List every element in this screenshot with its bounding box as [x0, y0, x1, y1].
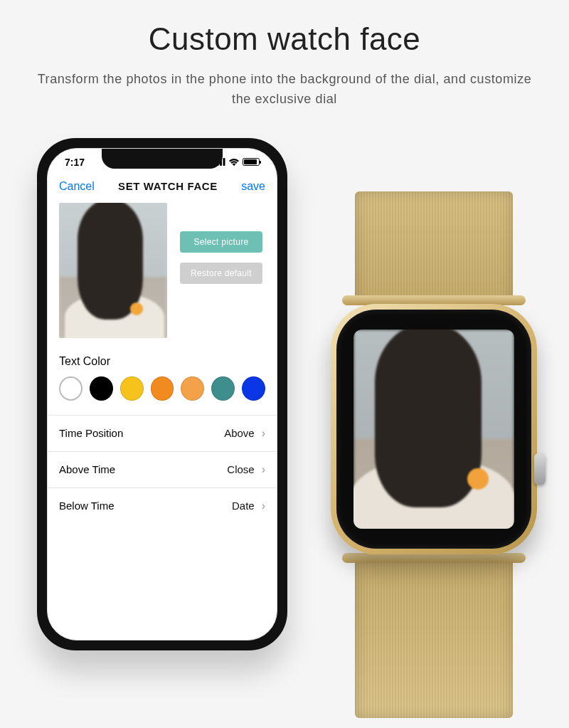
setting-label: Above Time — [59, 463, 115, 475]
setting-row-1[interactable]: Above TimeClose› — [48, 451, 277, 487]
text-color-label: Text Color — [48, 338, 277, 376]
setting-row-2[interactable]: Below TimeDate› — [48, 487, 277, 524]
watch-band-bottom — [355, 554, 513, 718]
setting-label: Below Time — [59, 500, 115, 512]
product-stage: 7:17 Cancel SET WATCH FACE save — [0, 138, 569, 707]
chevron-right-icon: › — [262, 463, 265, 476]
setting-label: Time Position — [59, 427, 123, 439]
setting-row-0[interactable]: Time PositionAbove› — [48, 415, 277, 451]
setting-value: Above› — [224, 427, 265, 440]
svg-rect-3 — [223, 158, 225, 166]
wifi-icon — [228, 157, 240, 168]
battery-icon — [243, 158, 260, 166]
color-swatch-white[interactable] — [59, 376, 83, 401]
color-swatch-black[interactable] — [90, 376, 113, 401]
color-swatches — [48, 376, 277, 415]
setting-value: Date› — [232, 500, 265, 512]
color-swatch-yellow[interactable] — [120, 376, 144, 401]
color-swatch-amber[interactable] — [181, 376, 204, 401]
nav-bar: Cancel SET WATCH FACE save — [48, 176, 277, 200]
settings-list: Time PositionAbove›Above TimeClose›Below… — [48, 415, 277, 524]
chevron-right-icon: › — [262, 500, 265, 512]
nav-title: SET WATCH FACE — [118, 180, 218, 192]
restore-default-button[interactable]: Restore default — [180, 263, 262, 284]
cancel-button[interactable]: Cancel — [59, 180, 95, 193]
phone-notch — [102, 149, 223, 169]
color-swatch-blue[interactable] — [242, 376, 265, 401]
watch-body — [331, 304, 537, 554]
watch-bezel — [336, 310, 531, 549]
watch-screen[interactable] — [353, 329, 514, 529]
color-swatch-teal[interactable] — [211, 376, 235, 401]
watch-crown[interactable] — [534, 453, 546, 485]
chevron-right-icon: › — [262, 427, 265, 440]
color-swatch-orange[interactable] — [151, 376, 174, 401]
watch-lug-bottom — [342, 553, 526, 563]
phone-screen: 7:17 Cancel SET WATCH FACE save — [47, 148, 277, 640]
hero-title: Custom watch face — [28, 21, 541, 57]
setting-value: Close› — [227, 463, 265, 476]
select-picture-button[interactable]: Select picture — [180, 231, 262, 253]
watchface-preview[interactable] — [59, 203, 167, 338]
phone-frame: 7:17 Cancel SET WATCH FACE save — [37, 138, 287, 650]
watch-band-top — [355, 191, 513, 305]
hero-subtitle: Transform the photos in the phone into t… — [28, 70, 541, 110]
save-button[interactable]: save — [241, 180, 265, 193]
watch — [324, 191, 544, 704]
status-time: 7:17 — [65, 157, 85, 168]
